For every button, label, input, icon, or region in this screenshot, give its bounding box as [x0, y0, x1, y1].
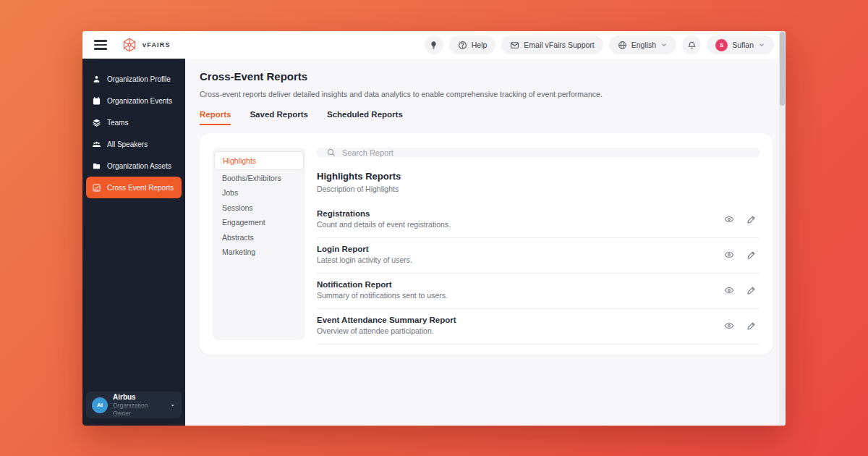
chevron-down-icon	[660, 41, 668, 48]
org-name: Airbus	[113, 393, 164, 402]
bell-icon	[687, 41, 697, 50]
page-title: Cross-Event Reports	[200, 70, 773, 83]
whats-new-button[interactable]	[425, 35, 443, 54]
search-icon	[326, 148, 336, 157]
app-window: vFAIRS Help	[82, 31, 786, 426]
pencil-icon[interactable]	[746, 321, 757, 331]
sidebar-item-label: Cross Event Reports	[107, 184, 174, 192]
report-list: Registrations Count and details of event…	[317, 203, 760, 345]
pencil-icon[interactable]	[746, 214, 757, 224]
sidebar-item-cross-event-reports[interactable]: Cross Event Reports	[86, 177, 182, 198]
topbar-actions: Help Email vFairs Support English	[425, 35, 774, 54]
tab-scheduled-reports[interactable]: Scheduled Reports	[327, 110, 403, 125]
section-subtitle: Description of Highlights	[317, 185, 760, 193]
language-label: English	[631, 41, 656, 49]
eye-icon[interactable]	[724, 250, 734, 260]
reports-card: Highlights Booths/Exhibitors Jobs Sessio…	[200, 133, 773, 355]
sidebar-item-label: Teams	[107, 119, 128, 127]
chevron-down-icon	[169, 402, 176, 409]
report-description: Count and details of event registrations…	[317, 220, 451, 229]
brand-name: vFAIRS	[142, 41, 171, 48]
search-bar[interactable]	[317, 148, 760, 157]
main-content: Cross-Event Reports Cross-event reports …	[185, 59, 786, 426]
language-selector[interactable]: English	[609, 35, 676, 54]
email-support-button[interactable]: Email vFairs Support	[501, 35, 603, 54]
hamburger-menu-icon[interactable]	[94, 40, 107, 49]
sidebar-item-label: Organization Assets	[107, 162, 171, 170]
sidebar-item-organization-events[interactable]: Organization Events	[86, 90, 182, 111]
top-bar: vFAIRS Help	[82, 31, 786, 59]
email-support-label: Email vFairs Support	[524, 41, 594, 49]
report-row-notification-report: Notification Report Summary of notificat…	[317, 274, 760, 309]
sidebar: Organization Profile Organization Events…	[82, 59, 185, 426]
layers-icon	[92, 118, 101, 127]
chevron-down-icon	[758, 41, 765, 48]
report-nav-marketing[interactable]: Marketing	[214, 245, 304, 261]
vfairs-logo[interactable]: vFAIRS	[122, 37, 171, 53]
scrollbar-thumb[interactable]	[780, 32, 785, 106]
search-input[interactable]	[342, 148, 750, 157]
organization-switcher[interactable]: AI Airbus Organization Owner	[86, 392, 182, 418]
report-nav-highlights[interactable]: Highlights	[214, 151, 304, 170]
org-avatar: AI	[92, 397, 108, 413]
report-description: Latest login activity of users.	[317, 256, 412, 264]
window-scrollbar[interactable]	[779, 31, 786, 426]
vfairs-logo-icon	[122, 37, 137, 53]
pencil-icon[interactable]	[746, 250, 757, 260]
lightbulb-icon	[429, 41, 438, 50]
help-label: Help	[472, 41, 488, 49]
help-button[interactable]: Help	[449, 35, 496, 54]
sidebar-item-teams[interactable]: Teams	[86, 111, 182, 133]
report-list-panel: Highlights Reports Description of Highli…	[305, 148, 760, 340]
sidebar-item-organization-profile[interactable]: Organization Profile	[86, 68, 182, 90]
sidebar-item-label: Organization Events	[107, 97, 172, 105]
tab-reports[interactable]: Reports	[200, 110, 231, 125]
user-avatar: S	[715, 39, 728, 51]
calendar-icon	[92, 96, 101, 106]
report-description: Summary of notifications sent to users.	[317, 291, 448, 300]
page-description: Cross-event reports deliver detailed ins…	[200, 90, 773, 98]
report-title: Notification Report	[317, 280, 448, 289]
notifications-button[interactable]	[682, 35, 701, 54]
report-title: Event Attendance Summary Report	[317, 316, 456, 324]
org-role: Organization Owner	[113, 402, 164, 416]
report-description: Overview of attendee participation.	[317, 326, 456, 335]
tab-bar: Reports Saved Reports Scheduled Reports	[200, 110, 773, 125]
report-row-event-attendance: Event Attendance Summary Report Overview…	[317, 309, 760, 345]
tab-saved-reports[interactable]: Saved Reports	[250, 110, 308, 125]
eye-icon[interactable]	[724, 321, 734, 331]
report-category-nav: Highlights Booths/Exhibitors Jobs Sessio…	[213, 148, 305, 340]
user-menu[interactable]: S Sufian	[707, 35, 774, 54]
report-row-login-report: Login Report Latest login activity of us…	[317, 238, 760, 274]
globe-icon	[618, 41, 627, 50]
help-icon	[458, 41, 467, 50]
eye-icon[interactable]	[724, 285, 734, 295]
chart-icon	[92, 183, 101, 193]
sidebar-item-label: All Speakers	[107, 140, 148, 148]
report-row-registrations: Registrations Count and details of event…	[317, 203, 760, 238]
sidebar-item-all-speakers[interactable]: All Speakers	[86, 133, 182, 155]
report-title: Registrations	[317, 209, 451, 218]
envelope-icon	[510, 41, 519, 50]
person-icon	[92, 75, 101, 84]
sidebar-item-label: Organization Profile	[107, 75, 171, 83]
user-name: Sufian	[732, 41, 754, 49]
folder-icon	[92, 161, 101, 171]
people-icon	[92, 140, 101, 149]
report-title: Login Report	[317, 245, 412, 253]
pencil-icon[interactable]	[746, 285, 757, 295]
sidebar-item-organization-assets[interactable]: Organization Assets	[86, 155, 182, 177]
eye-icon[interactable]	[724, 214, 734, 224]
section-title: Highlights Reports	[317, 171, 760, 182]
